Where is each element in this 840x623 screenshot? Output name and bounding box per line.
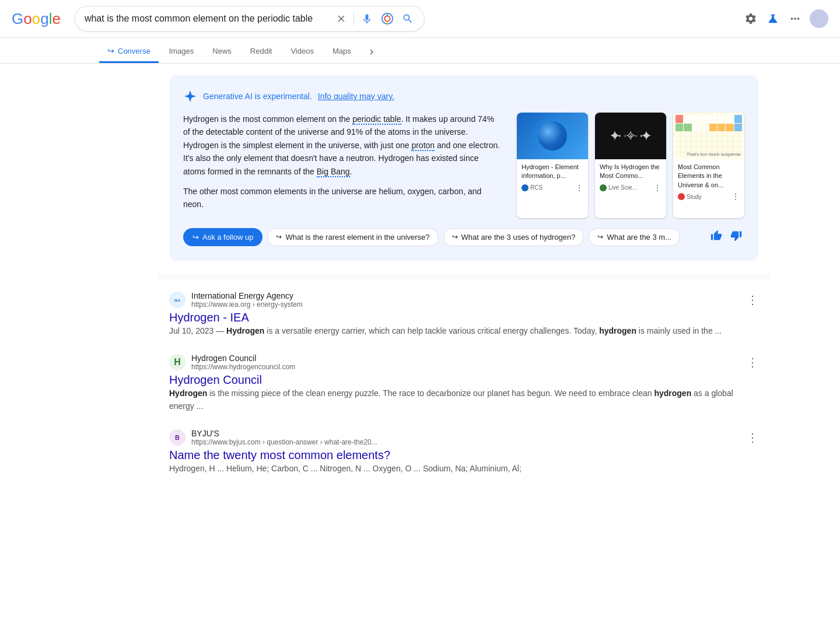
- ai-image-source-3: Study ⋮: [678, 192, 740, 201]
- clear-button[interactable]: [335, 12, 348, 25]
- ai-image-thumb-2: ✦ ✧ ✦: [595, 113, 666, 159]
- ai-answer-card: Generative AI is experimental. Info qual…: [169, 75, 758, 261]
- result-source-3: B BYJU'S https://www.byjus.com › questio…: [169, 429, 758, 446]
- periodic-table-link[interactable]: periodic table: [352, 114, 401, 125]
- result-menu-3[interactable]: ⋮: [747, 430, 758, 444]
- rcs-icon: [522, 184, 528, 191]
- google-logo[interactable]: G o o g l e: [12, 10, 61, 28]
- followup-arrow-icon: ↪: [192, 233, 199, 242]
- tab-images[interactable]: Images: [161, 41, 202, 63]
- result-url-1: https://www.iea.org › energy-system: [191, 300, 303, 309]
- followup-bar: ↪ Ask a follow up ↪ What is the rarest e…: [183, 228, 744, 247]
- search-bar: what is the most common element on the p…: [75, 6, 425, 32]
- search-bar-icons: [335, 11, 415, 26]
- followup-chip-2[interactable]: ↪ What are the 3 uses of hydrogen?: [443, 228, 584, 246]
- apps-icon: [789, 12, 802, 25]
- ai-paragraph-2: The other most common elements in the un…: [183, 185, 503, 211]
- mic-button[interactable]: [360, 12, 374, 26]
- settings-button[interactable]: [743, 11, 758, 26]
- result-menu-1[interactable]: ⋮: [747, 293, 758, 307]
- result-url-3: https://www.byjus.com › question-answer …: [191, 438, 377, 446]
- result-favicon-1: IEA: [169, 292, 186, 308]
- search-input[interactable]: what is the most common element on the p…: [85, 13, 330, 24]
- atom-icon: [538, 121, 567, 150]
- result-snippet-3: Hydrogen, H ... Helium, He; Carbon, C ..…: [169, 462, 758, 475]
- result-snippet-2: Hydrogen is the missing piece of the cle…: [169, 387, 758, 412]
- search-button[interactable]: [401, 12, 415, 26]
- periodic-caption: That's too much suspense: [687, 152, 741, 157]
- chip-arrow-1: ↪: [276, 233, 282, 241]
- tab-converse-label: Converse: [118, 47, 150, 55]
- ai-image-thumb-1: [517, 113, 588, 159]
- ai-quality-label[interactable]: Info quality may vary.: [318, 92, 394, 101]
- more-tabs-button[interactable]: [362, 42, 382, 62]
- ai-image-source-2: Live Scie... ⋮: [600, 183, 662, 192]
- ai-source-menu-2[interactable]: ⋮: [653, 183, 662, 192]
- result-text-3: is the missing piece of the clean energy…: [207, 388, 654, 398]
- proton-link[interactable]: proton: [411, 141, 435, 151]
- lens-icon: [381, 12, 394, 25]
- lens-button[interactable]: [380, 11, 395, 26]
- result-text-1: is a versatile energy carrier, which can…: [264, 326, 599, 335]
- result-title-3[interactable]: Name the twenty most common elements?: [169, 449, 390, 461]
- followup-chip-3[interactable]: ↪ What are the 3 m...: [589, 228, 680, 246]
- ai-experimental-label: Generative AI is experimental.: [203, 92, 312, 101]
- ai-image-card-3[interactable]: That's too much suspense Most Common Ele…: [673, 113, 744, 218]
- apps-button[interactable]: [788, 11, 803, 26]
- ai-image-title-1: Hydrogen - Element information, p...: [522, 163, 583, 181]
- ai-image-meta-3: Most Common Elements in the Universe & o…: [673, 159, 744, 205]
- result-title-2[interactable]: Hydrogen Council: [169, 373, 262, 386]
- ai-sparkle-icon: [183, 89, 197, 103]
- chip-arrow-2: ↪: [452, 233, 458, 241]
- svg-text:IEA: IEA: [174, 299, 181, 302]
- tab-maps[interactable]: Maps: [324, 41, 359, 63]
- clear-icon: [336, 13, 346, 24]
- chip-label-2: What are the 3 uses of hydrogen?: [461, 233, 576, 242]
- big-bang-link[interactable]: Big Bang: [317, 167, 350, 177]
- tab-news[interactable]: News: [204, 41, 240, 63]
- main-content: Generative AI is experimental. Info qual…: [70, 64, 770, 503]
- avatar[interactable]: [810, 9, 828, 28]
- header: G o o g l e what is the most common elem…: [0, 0, 840, 38]
- chip-arrow-3: ↪: [597, 233, 603, 241]
- thumbs-down-button[interactable]: [728, 228, 744, 247]
- logo-letter-g: G: [12, 10, 23, 28]
- svg-point-1: [384, 16, 390, 21]
- ai-card-content: Hydrogen is the most common element on t…: [183, 113, 744, 218]
- main-layout: Generative AI is experimental. Info qual…: [169, 75, 758, 491]
- ai-source-menu-3[interactable]: ⋮: [732, 192, 740, 201]
- result-favicon-2: H: [169, 354, 186, 370]
- tab-news-label: News: [212, 47, 232, 55]
- tab-converse[interactable]: ↪ Converse: [99, 40, 159, 63]
- ask-followup-button[interactable]: ↪ Ask a follow up: [183, 228, 262, 246]
- nav-tabs: ↪ Converse Images News Reddit Videos Map…: [0, 38, 840, 64]
- tab-videos[interactable]: Videos: [282, 41, 322, 63]
- tab-reddit[interactable]: Reddit: [242, 41, 281, 63]
- chevron-right-icon: [366, 47, 377, 57]
- tab-videos-label: Videos: [290, 47, 314, 55]
- ai-image-title-3: Most Common Elements in the Universe & o…: [678, 163, 740, 190]
- chip-label-1: What is the rarest element in the univer…: [285, 233, 429, 242]
- organic-results: IEA International Energy Agency https://…: [169, 279, 758, 475]
- tab-images-label: Images: [169, 47, 194, 55]
- mic-icon: [361, 13, 373, 24]
- ai-image-card-1[interactable]: Hydrogen - Element information, p... RCS…: [517, 113, 588, 218]
- ai-card-header: Generative AI is experimental. Info qual…: [183, 89, 744, 103]
- result-url-2: https://www.hydrogencouncil.com: [191, 363, 295, 371]
- result-item-2: H Hydrogen Council https://www.hydrogenc…: [169, 354, 758, 412]
- result-site-name-3: BYJU'S: [191, 429, 377, 438]
- labs-button[interactable]: [765, 11, 780, 26]
- ai-image-card-2[interactable]: ✦ ✧ ✦ Why Is Hydrogen the Most Commo... …: [595, 113, 666, 218]
- gear-icon: [744, 12, 757, 25]
- result-bold-2: hydrogen: [599, 326, 636, 335]
- ai-source-menu-1[interactable]: ⋮: [575, 183, 583, 192]
- result-menu-2[interactable]: ⋮: [747, 355, 758, 369]
- followup-chip-1[interactable]: ↪ What is the rarest element in the univ…: [267, 228, 438, 246]
- ask-followup-label: Ask a follow up: [202, 233, 253, 242]
- result-source-2: H Hydrogen Council https://www.hydrogenc…: [169, 354, 758, 371]
- result-item-1: IEA International Energy Agency https://…: [169, 291, 758, 337]
- converse-icon: ↪: [107, 46, 114, 55]
- result-title-1[interactable]: Hydrogen - IEA: [169, 311, 249, 324]
- ai-source-name-2: Live Scie...: [608, 184, 637, 191]
- thumbs-up-button[interactable]: [708, 228, 724, 247]
